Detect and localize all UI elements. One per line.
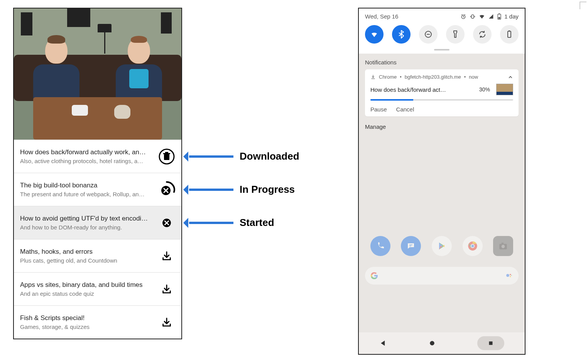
svg-rect-9 <box>499 13 500 14</box>
home-circle-icon <box>428 339 436 347</box>
arrow-icon <box>189 222 233 224</box>
svg-rect-7 <box>472 15 474 18</box>
battery-text: 1 day <box>504 13 519 20</box>
svg-point-20 <box>506 274 509 277</box>
annotation-downloaded: Downloaded <box>189 150 299 162</box>
notifications-heading: Notifications <box>365 59 519 66</box>
progress-cancel-icon <box>158 181 175 198</box>
cancel-download-button[interactable] <box>158 214 175 231</box>
download-button[interactable] <box>158 314 175 331</box>
episode-title: Apps vs sites, binary data, and build ti… <box>20 281 154 289</box>
wifi-icon <box>370 30 379 39</box>
episode-title: Fish & Scripts special! <box>20 314 154 322</box>
download-icon <box>370 74 376 80</box>
cancel-icon <box>161 217 172 229</box>
episode-subtitle: Games, storage, & quizzes <box>20 324 154 330</box>
episode-row[interactable]: How to avoid getting UTF'd by text encod… <box>14 206 181 239</box>
battery-icon <box>497 13 501 20</box>
svg-point-18 <box>502 245 505 248</box>
wifi-icon <box>479 13 485 20</box>
download-button[interactable] <box>158 281 175 298</box>
bluetooth-icon <box>397 30 406 39</box>
quick-settings-panel: Wed, Sep 16 1 day <box>359 8 525 54</box>
google-search-bar[interactable] <box>365 267 519 285</box>
battery-saver-toggle[interactable] <box>500 25 519 44</box>
play-store-app-icon[interactable] <box>432 236 452 256</box>
camera-icon <box>498 241 508 251</box>
svg-rect-13 <box>509 30 510 31</box>
signal-icon <box>488 13 494 20</box>
chat-icon <box>406 241 416 251</box>
svg-point-23 <box>511 275 512 276</box>
episode-title: How does back/forward actually work, an… <box>20 148 154 156</box>
bluetooth-toggle[interactable] <box>392 25 411 44</box>
messages-app-icon[interactable] <box>401 236 421 256</box>
flashlight-icon <box>451 30 460 39</box>
episode-title: How to avoid getting UTF'd by text encod… <box>20 215 154 222</box>
pause-action[interactable]: Pause <box>370 106 387 113</box>
annotation-in-progress: In Progress <box>189 184 295 195</box>
phone-icon <box>376 241 385 251</box>
notification-app: Chrome <box>379 74 397 80</box>
annotation-label: In Progress <box>240 184 295 195</box>
svg-rect-2 <box>163 153 170 154</box>
google-g-icon <box>370 271 379 280</box>
annotation-started: Started <box>189 217 274 229</box>
annotation-label: Started <box>240 217 274 229</box>
wifi-toggle[interactable] <box>365 25 384 44</box>
dnd-toggle[interactable] <box>419 25 438 44</box>
svg-point-21 <box>510 274 511 275</box>
recent-square-icon <box>487 340 494 347</box>
episode-row[interactable]: Maths, hooks, and errors Plus cats, gett… <box>14 239 181 272</box>
panel-drag-handle[interactable] <box>434 49 449 51</box>
flashlight-toggle[interactable] <box>446 25 465 44</box>
manage-notifications[interactable]: Manage <box>359 116 525 137</box>
phone-app-icon[interactable] <box>370 236 390 256</box>
page-corner-marker <box>580 2 586 9</box>
episode-row[interactable]: Apps vs sites, binary data, and build ti… <box>14 272 181 305</box>
download-icon <box>161 284 172 295</box>
rotation-toggle[interactable] <box>473 25 492 44</box>
cancel-action[interactable]: Cancel <box>396 106 414 113</box>
arrow-icon <box>189 189 233 191</box>
delete-button[interactable] <box>158 148 175 165</box>
navigation-bar <box>359 332 525 354</box>
cancel-download-button[interactable] <box>158 181 175 198</box>
episode-row[interactable]: Fish & Scripts special! Games, storage, … <box>14 305 181 339</box>
arrow-icon <box>189 155 233 158</box>
nav-home[interactable] <box>428 339 436 347</box>
nav-recent[interactable] <box>477 336 504 350</box>
svg-rect-19 <box>502 243 504 244</box>
svg-point-16 <box>471 245 474 248</box>
chrome-app-icon[interactable] <box>463 236 483 256</box>
alarm-icon <box>460 13 466 20</box>
download-icon <box>161 251 172 261</box>
notifications-area: Notifications Chrome • bgfetch-http203.g… <box>359 54 525 116</box>
episode-subtitle: Plus cats, getting old, and Countdown <box>20 257 154 264</box>
chrome-icon <box>467 241 478 251</box>
notification-source: bgfetch-http203.glitch.me <box>405 74 461 80</box>
episode-row[interactable]: The big build-tool bonanza The present a… <box>14 173 181 206</box>
download-button[interactable] <box>158 248 175 265</box>
dnd-icon <box>424 30 433 39</box>
camera-app-icon[interactable] <box>493 236 513 256</box>
svg-rect-1 <box>164 154 169 160</box>
notification-thumbnail <box>496 84 513 95</box>
chevron-up-icon[interactable] <box>508 74 513 80</box>
app-panel: How does back/forward actually work, an…… <box>13 8 182 339</box>
svg-rect-3 <box>165 152 168 153</box>
notification-percent: 30% <box>479 86 490 93</box>
play-icon <box>437 241 446 251</box>
assistant-icon <box>505 272 512 279</box>
svg-rect-10 <box>498 17 500 19</box>
back-triangle-icon <box>379 339 387 347</box>
nav-back[interactable] <box>379 339 387 347</box>
svg-rect-12 <box>508 31 511 37</box>
episode-row[interactable]: How does back/forward actually work, an…… <box>14 140 181 173</box>
download-icon <box>161 317 172 328</box>
rotate-icon <box>478 30 487 39</box>
vibrate-icon <box>470 13 476 20</box>
svg-point-24 <box>430 341 434 345</box>
phone-frame: Wed, Sep 16 1 day <box>358 8 525 355</box>
notification-card[interactable]: Chrome • bgfetch-http203.glitch.me • now… <box>365 69 519 116</box>
